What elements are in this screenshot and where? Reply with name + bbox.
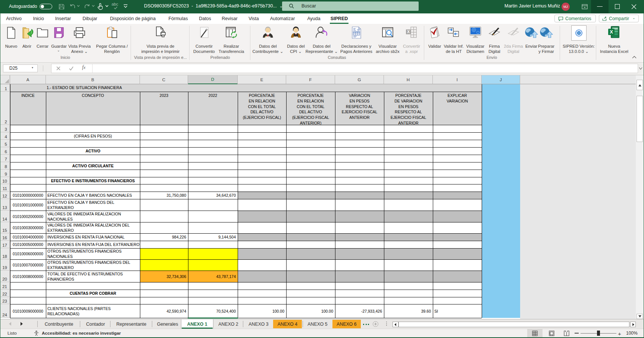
svg-text:X: X — [407, 29, 410, 34]
svg-text:X: X — [610, 29, 613, 35]
